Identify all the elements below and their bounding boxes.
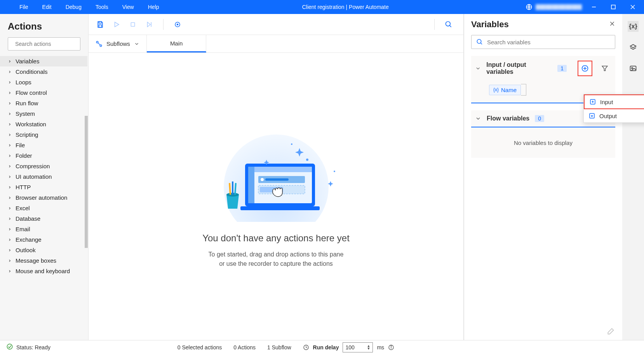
- eraser-icon[interactable]: [607, 328, 614, 337]
- input-icon: [589, 98, 596, 105]
- svg-rect-22: [248, 167, 312, 172]
- run-delay-label: Run delay: [313, 344, 339, 351]
- actions-tree-item[interactable]: Folder: [0, 150, 87, 161]
- variables-title: Variables: [471, 19, 609, 30]
- actions-tree-item[interactable]: Outlook: [0, 245, 87, 255]
- window-close-button[interactable]: [623, 0, 642, 14]
- tree-item-label: Compression: [16, 163, 50, 169]
- menu-view[interactable]: View: [115, 1, 141, 13]
- actions-tree-item[interactable]: System: [0, 108, 87, 119]
- add-input-label: Input: [600, 99, 613, 105]
- chevron-right-icon: [8, 121, 12, 127]
- actions-tree-item[interactable]: Flow control: [0, 87, 87, 98]
- chevron-down-icon[interactable]: [475, 65, 481, 71]
- add-input-variable[interactable]: Input: [584, 94, 644, 109]
- flow-canvas[interactable]: You don't have any actions here yet To g…: [89, 53, 463, 340]
- rail-ui-elements-button[interactable]: [628, 42, 639, 53]
- actions-tree-item[interactable]: Loops: [0, 77, 87, 87]
- svg-point-57: [391, 346, 391, 346]
- designer-canvas-area: Subflows Main: [89, 14, 464, 340]
- status-selected-actions: 0 Selected actions: [178, 344, 222, 351]
- save-button[interactable]: [96, 20, 105, 29]
- step-button[interactable]: [144, 20, 154, 29]
- actions-tree-item[interactable]: UI automation: [0, 171, 87, 182]
- svg-point-52: [632, 68, 633, 69]
- menu-help[interactable]: Help: [141, 1, 166, 13]
- divider: [163, 19, 164, 30]
- actions-tree-item[interactable]: Browser automation: [0, 192, 87, 203]
- run-delay-input[interactable]: 100 ▲▼: [343, 342, 373, 352]
- actions-tree-item[interactable]: Variables: [0, 56, 87, 66]
- actions-tree[interactable]: VariablesConditionalsLoopsFlow controlRu…: [0, 56, 88, 276]
- actions-tree-item[interactable]: Mouse and keyboard: [0, 266, 87, 276]
- add-variable-button[interactable]: [578, 61, 593, 76]
- actions-tree-item[interactable]: Run flow: [0, 98, 87, 108]
- window-minimize-button[interactable]: [584, 0, 604, 14]
- run-delay-unit: ms: [377, 344, 384, 351]
- add-output-variable[interactable]: Output: [584, 109, 644, 122]
- run-delay-spinners[interactable]: ▲▼: [367, 345, 371, 350]
- actions-tree-item[interactable]: Conditionals: [0, 66, 87, 77]
- scrollbar-thumb[interactable]: [85, 116, 88, 248]
- window-maximize-button[interactable]: [604, 0, 623, 14]
- actions-tree-item[interactable]: Workstation: [0, 119, 87, 129]
- menu-tools[interactable]: Tools: [89, 1, 115, 13]
- add-output-label: Output: [599, 113, 617, 119]
- tab-main[interactable]: Main: [147, 35, 207, 52]
- chevron-right-icon: [8, 173, 12, 180]
- chevron-right-icon: [8, 184, 12, 190]
- svg-point-15: [446, 21, 451, 26]
- record-button[interactable]: [173, 20, 182, 29]
- tabs-row: Subflows Main: [89, 35, 463, 53]
- svg-rect-21: [248, 167, 312, 203]
- status-bar: Status: Ready 0 Selected actions 0 Actio…: [0, 340, 644, 354]
- actions-tree-item[interactable]: Exchange: [0, 234, 87, 245]
- flow-variables-empty: No variables to display: [471, 127, 615, 158]
- actions-tree-item[interactable]: HTTP: [0, 182, 87, 192]
- actions-tree-item[interactable]: Message boxes: [0, 255, 87, 266]
- tree-item-label: UI automation: [16, 173, 52, 180]
- variables-close-button[interactable]: [609, 21, 615, 28]
- status-text: Status: Ready: [16, 344, 50, 351]
- subflows-dropdown[interactable]: Subflows: [89, 35, 147, 52]
- menu-debug[interactable]: Debug: [59, 1, 89, 13]
- variable-chip-label: Name: [501, 87, 517, 93]
- actions-tree-item[interactable]: Compression: [0, 161, 87, 171]
- tree-item-label: Folder: [16, 152, 32, 159]
- search-icon: [476, 38, 483, 45]
- svg-rect-7: [99, 21, 102, 23]
- variable-chip-name[interactable]: {x} Name: [489, 85, 521, 95]
- svg-point-26: [261, 178, 264, 181]
- filter-variables-button[interactable]: [598, 61, 611, 75]
- menu-file[interactable]: File: [12, 1, 35, 13]
- designer-search-button[interactable]: [444, 20, 453, 29]
- chevron-right-icon: [8, 194, 12, 201]
- flow-count-badge: 0: [535, 115, 544, 122]
- rail-images-button[interactable]: [628, 63, 639, 74]
- chevron-down-icon[interactable]: [475, 115, 481, 122]
- run-button[interactable]: [112, 20, 121, 29]
- info-icon[interactable]: [388, 344, 394, 351]
- tree-item-label: Outlook: [16, 247, 36, 253]
- actions-search[interactable]: [8, 37, 80, 51]
- actions-title: Actions: [0, 14, 88, 37]
- chevron-right-icon: [8, 205, 12, 211]
- divider: [434, 19, 435, 30]
- actions-tree-item[interactable]: Scripting: [0, 129, 87, 140]
- variables-search-input[interactable]: [487, 39, 610, 45]
- stop-button[interactable]: [128, 20, 138, 29]
- rail-variables-button[interactable]: {x}: [628, 21, 639, 32]
- actions-tree-item[interactable]: Database: [0, 213, 87, 224]
- chevron-right-icon: [8, 236, 12, 243]
- svg-line-31: [230, 183, 230, 195]
- chevron-right-icon: [8, 68, 12, 75]
- actions-tree-item[interactable]: Email: [0, 224, 87, 234]
- actions-tree-item[interactable]: File: [0, 140, 87, 150]
- actions-search-input[interactable]: [15, 41, 83, 47]
- environment-icon[interactable]: [525, 3, 533, 11]
- chevron-right-icon: [8, 163, 12, 169]
- actions-tree-item[interactable]: Excel: [0, 203, 87, 213]
- svg-point-42: [477, 39, 481, 44]
- variables-search[interactable]: [471, 35, 615, 49]
- menu-edit[interactable]: Edit: [35, 1, 59, 13]
